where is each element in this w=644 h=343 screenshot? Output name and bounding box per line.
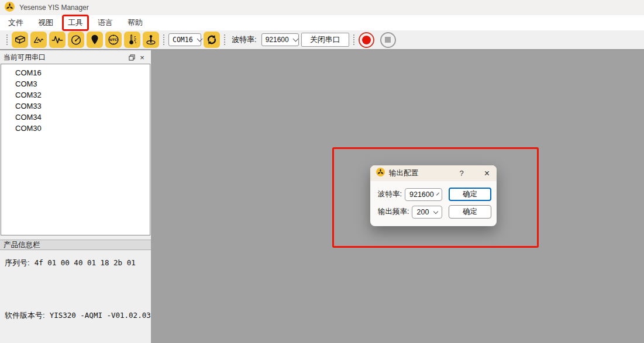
dialog-output-rate-value: 200 (416, 208, 429, 216)
product-info-body: 序列号: 4f 01 00 40 01 18 2b 01 软件版本号: YIS3… (0, 250, 151, 343)
dialog-baud-label: 波特率: (378, 189, 402, 199)
port-list-item[interactable]: COM32 (1, 89, 150, 101)
dialog-output-rate-select[interactable]: 200 (412, 206, 442, 219)
pulse-wave-icon[interactable] (49, 32, 66, 48)
software-version-value: YIS320 -AQMI -V01.02.03; (50, 311, 156, 320)
title-bar: Yesense YIS Manager (0, 0, 644, 15)
utc-clock-icon[interactable]: UTC (105, 32, 122, 48)
software-version-row: 软件版本号: YIS320 -AQMI -V01.02.03; (5, 310, 146, 321)
output-rate-config-row: 输出频率: 200 确定 (378, 205, 491, 219)
toolbar-grip[interactable] (5, 33, 9, 46)
dialog-output-rate-label: 输出频率: (378, 207, 409, 217)
dialog-close-button[interactable]: × (483, 168, 491, 179)
menu-file[interactable]: 文件 (2, 15, 29, 31)
yesense-logo-icon (376, 168, 385, 179)
port-list-item[interactable]: COM3 (1, 78, 150, 89)
dialog-body: 波特率: 921600 确定 输出频率: 200 确定 (370, 181, 497, 219)
cube-3d-icon[interactable] (12, 32, 28, 48)
serial-number-label: 序列号: (5, 258, 30, 268)
menu-bar: 文件 视图 工具 语言 帮助 (0, 15, 644, 30)
record-button[interactable] (359, 32, 374, 48)
output-config-dialog: 输出配置 ? × 波特率: 921600 确定 输出频率: 200 (370, 165, 497, 226)
chevron-down-icon (292, 36, 298, 42)
angle-wave-icon[interactable] (30, 32, 47, 48)
baud-rate-value: 921600 (266, 36, 289, 44)
toolbar-grip[interactable] (162, 33, 166, 46)
svg-text:UTC: UTC (110, 38, 117, 41)
yesense-logo-icon (5, 2, 15, 14)
record-group (359, 32, 400, 48)
record-icon (362, 36, 371, 44)
toolbar-grip[interactable] (223, 33, 226, 46)
chevron-down-icon (433, 209, 438, 213)
close-serial-port-button[interactable]: 关闭串口 (301, 33, 349, 47)
dialog-title: 输出配置 (389, 168, 453, 178)
confirm-baud-button[interactable]: 确定 (449, 188, 491, 201)
port-list-item[interactable]: COM33 (1, 101, 150, 112)
port-list-item[interactable]: COM16 (1, 67, 150, 78)
window-title: Yesense YIS Manager (19, 4, 89, 12)
float-panel-button[interactable] (126, 53, 137, 62)
chevron-down-icon (197, 36, 202, 42)
menu-view[interactable]: 视图 (32, 15, 59, 31)
location-pin-icon[interactable] (87, 32, 103, 48)
gauge-icon[interactable] (68, 32, 84, 48)
baud-rate-select[interactable]: 921600 (261, 33, 299, 46)
com-port-value: COM16 (173, 36, 193, 44)
serial-number-value: 4f 01 00 40 01 18 2b 01 (35, 258, 136, 267)
stop-icon (385, 37, 391, 43)
menu-language[interactable]: 语言 (92, 15, 119, 31)
com-port-select[interactable]: COM16 (168, 33, 201, 46)
port-list-item[interactable]: COM30 (1, 123, 150, 134)
dialog-baud-select[interactable]: 921600 (405, 188, 442, 201)
dock-title: 当前可用串口 (4, 53, 126, 63)
view-tools-group: UTC (12, 32, 159, 48)
serial-port-dock: 当前可用串口 × COM16 COM3 COM32 COM33 COM34 CO… (0, 50, 151, 343)
baud-rate-label: 波特率: (232, 34, 257, 45)
dialog-title-bar[interactable]: 输出配置 ? × (370, 165, 497, 181)
float-icon (129, 54, 135, 61)
port-list-item[interactable]: COM34 (1, 112, 150, 123)
toolbar-grip[interactable] (352, 33, 356, 46)
port-group: COM16 (168, 32, 220, 48)
baud-group: 波特率: 921600 关闭串口 (229, 33, 349, 47)
chevron-down-icon (436, 192, 439, 195)
workspace-area: 输出配置 ? × 波特率: 921600 确定 输出频率: 200 (151, 50, 644, 343)
refresh-icon (205, 33, 218, 46)
confirm-output-rate-button[interactable]: 确定 (449, 205, 491, 219)
pin-3d-icon[interactable] (143, 32, 159, 48)
serial-number-row: 序列号: 4f 01 00 40 01 18 2b 01 (5, 258, 146, 268)
dialog-baud-value: 921600 (409, 190, 434, 199)
available-ports-list: COM16 COM3 COM32 COM33 COM34 COM30 (1, 64, 150, 235)
thermometer-icon[interactable] (124, 32, 140, 48)
stop-button[interactable] (380, 32, 396, 48)
dialog-help-button[interactable]: ? (457, 169, 466, 178)
refresh-ports-button[interactable] (204, 32, 220, 48)
menu-tools[interactable]: 工具 (62, 15, 89, 31)
product-info-header: 产品信息栏 (0, 240, 151, 250)
close-panel-button[interactable]: × (137, 53, 147, 62)
dock-header: 当前可用串口 × (0, 51, 151, 63)
menu-help[interactable]: 帮助 (122, 15, 149, 31)
software-version-label: 软件版本号: (5, 310, 45, 321)
baud-rate-config-row: 波特率: 921600 确定 (378, 188, 491, 201)
toolbar: UTC COM16 (0, 30, 644, 50)
product-info-title: 产品信息栏 (4, 240, 40, 250)
